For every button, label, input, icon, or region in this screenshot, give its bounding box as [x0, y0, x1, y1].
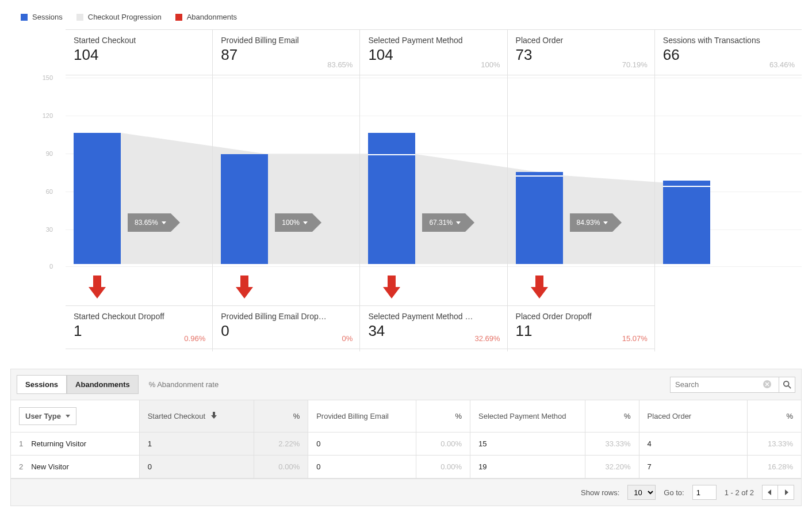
cell: 13.33% [747, 433, 801, 456]
bar[interactable] [663, 181, 710, 264]
caret-down-icon [303, 221, 308, 224]
step-pct: 100% [481, 60, 500, 69]
dropoff-arrow-icon [236, 276, 253, 299]
progression-tag[interactable]: 84.93% [570, 213, 613, 232]
chart-area: 83.65% [66, 75, 212, 271]
cell: 0.00% [254, 456, 308, 479]
step-value: 104 [74, 46, 204, 64]
funnel-chart: 150 120 90 60 30 0 Started Checkout 104 … [10, 29, 802, 351]
dropoff-arrow-icon [89, 276, 106, 299]
cell-type: 2New Visitor [11, 456, 139, 479]
progression-line [663, 186, 710, 187]
step-title: Placed Order [516, 36, 646, 45]
cell: 15 [470, 433, 585, 456]
dropoff-title: Placed Order Dropoff [516, 312, 646, 321]
rows-select[interactable]: 10 [627, 485, 656, 500]
step-title: Sessions with Transactions [663, 36, 794, 45]
progression-line [368, 154, 415, 155]
cell: 0.00% [416, 456, 470, 479]
dropoff-value: 0 [221, 322, 351, 340]
dropoff-pct: 15.07% [622, 334, 648, 343]
prev-page-button[interactable] [762, 485, 778, 500]
clear-icon[interactable] [763, 380, 771, 390]
col-pct1[interactable]: % [254, 400, 308, 433]
dropoff-title: Selected Payment Method … [368, 312, 499, 321]
page-range: 1 - 2 of 2 [725, 488, 754, 497]
goto-input[interactable] [692, 485, 717, 500]
ytick: 60 [30, 188, 53, 195]
search-button[interactable] [779, 377, 795, 393]
usertype-picker[interactable]: User Type [19, 407, 76, 425]
col-pct4[interactable]: % [747, 400, 801, 433]
tab-abandon-rate[interactable]: % Abandonment rate [149, 380, 219, 389]
col-pct3[interactable]: % [585, 400, 639, 433]
step-started-checkout: Started Checkout 104 83.65% Started Chec… [66, 29, 212, 351]
progression-tag[interactable]: 83.65% [128, 213, 171, 232]
cell: 32.20% [585, 456, 639, 479]
col-placed[interactable]: Placed Order [639, 400, 747, 433]
col-usertype[interactable]: User Type [11, 400, 139, 433]
search-box [670, 377, 795, 393]
caret-down-icon [66, 415, 70, 418]
step-title: Selected Payment Method [368, 36, 499, 45]
step-footer: Selected Payment Method … 34 32.69% [360, 305, 507, 349]
step-header: Selected Payment Method 104 100% [360, 29, 507, 75]
next-page-button[interactable] [778, 485, 794, 500]
ytick: 0 [30, 263, 53, 270]
cell: 0 [139, 456, 254, 479]
progression-tag[interactable]: 100% [275, 213, 312, 232]
bar[interactable] [516, 172, 563, 264]
show-rows-label: Show rows: [581, 488, 619, 497]
step-header: Sessions with Transactions 66 63.46% [655, 29, 802, 75]
table-row[interactable]: 2New Visitor 0 0.00% 0 0.00% 19 32.20% 7… [11, 456, 801, 479]
legend: Sessions Checkout Progression Abandonmen… [0, 0, 812, 29]
col-payment[interactable]: Selected Payment Method [470, 400, 585, 433]
col-pct2[interactable]: % [416, 400, 470, 433]
caret-down-icon [162, 221, 166, 224]
tab-abandonments[interactable]: Abandonments [67, 375, 139, 394]
svg-point-5 [783, 381, 788, 386]
abandonment-table: Sessions Abandonments % Abandonment rate… [10, 369, 802, 506]
cell: 19 [470, 456, 585, 479]
dropoff-arrow-icon [531, 276, 548, 299]
pager: Show rows: 10 Go to: 1 - 2 of 2 [11, 479, 801, 506]
col-started[interactable]: Started Checkout [139, 400, 254, 433]
step-payment-method: Selected Payment Method 104 100% 67.31% … [359, 29, 507, 351]
dropoff-title: Provided Billing Email Drop… [221, 312, 351, 321]
table-row[interactable]: 1Returning Visitor 1 2.22% 0 0.00% 15 33… [11, 433, 801, 456]
progression-tag[interactable]: 67.31% [422, 213, 465, 232]
bar[interactable] [368, 133, 415, 264]
step-footer: Provided Billing Email Drop… 0 0% [213, 305, 359, 349]
bar[interactable] [74, 133, 121, 264]
cell-type: 1Returning Visitor [11, 433, 139, 456]
col-billing[interactable]: Provided Billing Email [308, 400, 416, 433]
caret-down-icon [603, 221, 608, 224]
step-billing-email: Provided Billing Email 87 83.65% 100% Pr… [212, 29, 359, 351]
progression-line [516, 175, 563, 177]
dropoff-title: Started Checkout Dropoff [74, 312, 204, 321]
caret-down-icon [456, 221, 461, 224]
step-pct: 83.65% [327, 60, 353, 69]
sort-desc-icon [211, 412, 217, 420]
cell: 2.22% [254, 433, 308, 456]
swatch-blue [21, 14, 28, 21]
table-tabbar: Sessions Abandonments % Abandonment rate [11, 369, 801, 400]
step-header: Started Checkout 104 [66, 29, 212, 75]
dropoff-pct: 0.96% [184, 334, 205, 343]
tab-sessions[interactable]: Sessions [17, 375, 67, 394]
chart-area: 100% [213, 75, 359, 271]
step-header: Placed Order 73 70.19% [508, 29, 654, 75]
cell: 0 [308, 456, 416, 479]
step-header: Provided Billing Email 87 83.65% [213, 29, 359, 75]
step-transactions: Sessions with Transactions 66 63.46% [654, 29, 802, 351]
dropoff-pct: 0% [342, 334, 353, 343]
step-pct: 70.19% [622, 60, 648, 69]
bar[interactable] [221, 154, 268, 264]
legend-item-abandon: Abandonments [175, 13, 237, 21]
step-footer: Started Checkout Dropoff 1 0.96% [66, 305, 212, 349]
ytick: 90 [30, 150, 53, 157]
step-value: 104 [368, 46, 499, 64]
data-table: User Type Started Checkout % Provided Bi… [11, 400, 801, 479]
legend-item-sessions: Sessions [21, 13, 63, 21]
funnel-columns: Started Checkout 104 83.65% Started Chec… [66, 29, 802, 351]
